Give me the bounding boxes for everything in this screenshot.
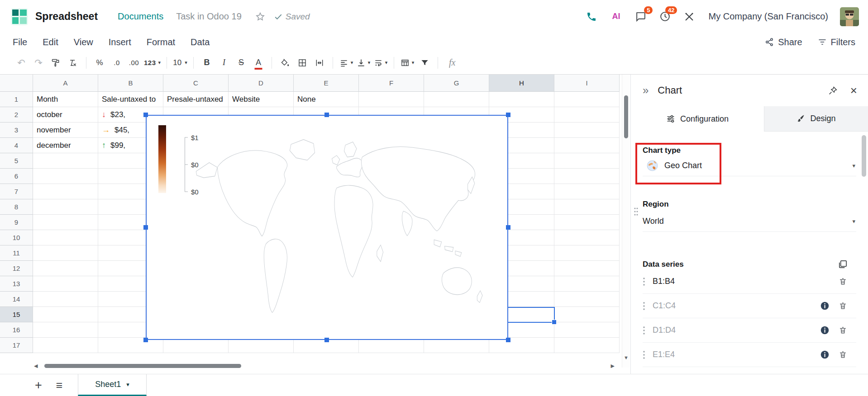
user-avatar[interactable]	[840, 7, 859, 26]
undo-icon[interactable]: ↶	[14, 55, 29, 71]
cell-A15[interactable]	[33, 307, 98, 322]
row-header-4[interactable]: 4	[0, 138, 33, 153]
tab-design[interactable]: Design	[764, 106, 868, 132]
cell-H1[interactable]	[489, 92, 554, 107]
row-header-2[interactable]: 2	[0, 107, 33, 123]
cell-B17[interactable]	[98, 338, 163, 353]
trash-icon[interactable]	[839, 326, 847, 335]
row-header-9[interactable]: 9	[0, 215, 33, 230]
column-header-B[interactable]: B	[98, 75, 163, 92]
vertical-scrollbar-thumb[interactable]	[624, 95, 628, 138]
activities-icon[interactable]: 42	[658, 10, 671, 23]
panel-scrollbar-thumb[interactable]	[862, 135, 866, 177]
collapse-panel-icon[interactable]: »	[643, 84, 649, 97]
text-color-button[interactable]: A	[251, 55, 266, 71]
series-range[interactable]: E1:E4	[653, 350, 675, 359]
sheet-tab[interactable]: Sheet1 ▾	[78, 374, 147, 396]
info-icon[interactable]	[820, 325, 830, 335]
pin-icon[interactable]	[828, 86, 838, 95]
series-range[interactable]: B1:B4	[653, 277, 675, 286]
fill-color-icon[interactable]	[278, 55, 292, 71]
text-wrap-button[interactable]: ▾	[373, 55, 388, 71]
row-header-8[interactable]: 8	[0, 199, 33, 215]
company-switcher[interactable]: My Company (San Francisco)	[708, 11, 828, 22]
geo-chart[interactable]: $1$0$0	[146, 115, 508, 340]
increase-decimal-button[interactable]: .00	[127, 55, 141, 71]
font-size-selector[interactable]: 10▾	[173, 55, 187, 71]
horizontal-scrollbar-thumb[interactable]	[44, 364, 241, 368]
menu-item-edit[interactable]: Edit	[43, 37, 58, 47]
cell-I11[interactable]	[554, 245, 620, 261]
row-header-15[interactable]: 15	[0, 307, 33, 322]
cell-A8[interactable]	[33, 199, 98, 215]
cell-I2[interactable]	[554, 107, 620, 123]
info-icon[interactable]	[820, 350, 830, 359]
cell-F1[interactable]	[359, 92, 424, 107]
vertical-scrollbar[interactable]: ▼	[622, 75, 630, 368]
strikethrough-button[interactable]: S	[234, 55, 248, 71]
share-button[interactable]: Share	[765, 37, 802, 47]
cell-I16[interactable]	[554, 322, 620, 338]
decrease-decimal-button[interactable]: .0	[110, 55, 124, 71]
row-header-16[interactable]: 16	[0, 322, 33, 338]
ai-icon[interactable]: AI	[610, 10, 622, 23]
chart-handle-w[interactable]	[143, 225, 148, 230]
row-header-11[interactable]: 11	[0, 245, 33, 261]
cell-A6[interactable]	[33, 169, 98, 184]
cell-I5[interactable]	[554, 153, 620, 169]
cell-I13[interactable]	[554, 276, 620, 292]
drag-handle-icon[interactable]	[643, 350, 645, 359]
row-header-14[interactable]: 14	[0, 292, 33, 307]
formula-fx-label[interactable]: fx	[449, 57, 455, 68]
cell-H17[interactable]	[489, 338, 554, 353]
cell-I15[interactable]	[554, 307, 620, 322]
more-formats-button[interactable]: 123▾	[144, 55, 161, 71]
close-icon[interactable]: ×	[850, 85, 857, 96]
region-select[interactable]: World ▾	[643, 211, 856, 232]
cell-I17[interactable]	[554, 338, 620, 353]
add-sheet-icon[interactable]: +	[28, 374, 49, 396]
cell-I10[interactable]	[554, 230, 620, 245]
column-header-A[interactable]: A	[33, 75, 98, 92]
italic-button[interactable]: I	[217, 55, 231, 71]
row-header-13[interactable]: 13	[0, 276, 33, 292]
cell-D1[interactable]: Website	[229, 92, 294, 107]
scroll-right-icon[interactable]: ▶	[611, 363, 615, 369]
series-range[interactable]: D1:D4	[653, 325, 676, 335]
cell-A4[interactable]: december	[33, 138, 98, 153]
horizontal-scrollbar[interactable]: ◀ ▶	[33, 362, 621, 370]
manage-series-icon[interactable]	[838, 259, 848, 269]
phone-icon[interactable]	[585, 10, 598, 23]
grid-corner[interactable]	[0, 75, 33, 92]
menu-item-insert[interactable]: Insert	[109, 37, 131, 47]
column-header-E[interactable]: E	[294, 75, 359, 92]
drag-handle-icon[interactable]	[634, 207, 638, 217]
row-header-3[interactable]: 3	[0, 123, 33, 138]
vertical-align-button[interactable]: ▾	[356, 55, 371, 71]
row-header-10[interactable]: 10	[0, 230, 33, 245]
row-header-12[interactable]: 12	[0, 261, 33, 276]
row-header-5[interactable]: 5	[0, 153, 33, 169]
messages-icon[interactable]: 5	[634, 10, 647, 23]
chart-handle-ne[interactable]	[506, 113, 510, 117]
cell-A7[interactable]	[33, 184, 98, 199]
cell-A16[interactable]	[33, 322, 98, 338]
cell-A12[interactable]	[33, 261, 98, 276]
cell-D17[interactable]	[229, 338, 294, 353]
series-range[interactable]: C1:C4	[653, 301, 676, 311]
cell-A9[interactable]	[33, 215, 98, 230]
spreadsheet-app-icon[interactable]	[11, 8, 28, 25]
trash-icon[interactable]	[839, 277, 847, 286]
menu-item-view[interactable]: View	[74, 37, 93, 47]
cell-G17[interactable]	[424, 338, 489, 353]
menu-item-data[interactable]: Data	[191, 37, 210, 47]
chart-handle-nw[interactable]	[143, 113, 148, 117]
cell-A3[interactable]: november	[33, 123, 98, 138]
chart-type-select[interactable]: Geo Chart ▾	[643, 155, 856, 176]
chart-handle-sw[interactable]	[143, 338, 148, 342]
cell-F17[interactable]	[359, 338, 424, 353]
cell-I14[interactable]	[554, 292, 620, 307]
cell-A1[interactable]: Month	[33, 92, 98, 107]
cell-E1[interactable]: None	[294, 92, 359, 107]
clear-format-icon[interactable]	[66, 55, 80, 71]
